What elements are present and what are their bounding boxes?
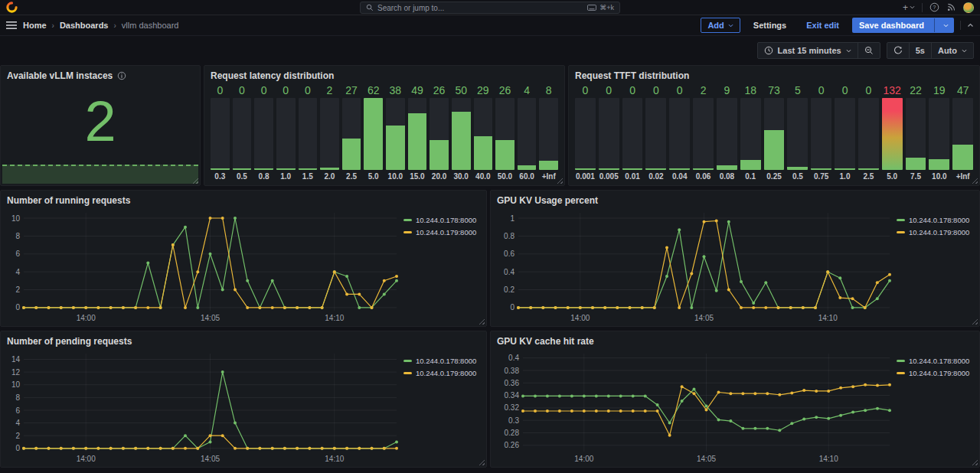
bar-column[interactable]: 22.0 bbox=[320, 83, 339, 181]
bar-column[interactable]: 4915.0 bbox=[408, 83, 427, 181]
bar-column[interactable]: 00.005 bbox=[599, 83, 619, 181]
stat-sparkline bbox=[2, 165, 198, 184]
bar-column[interactable]: 90.08 bbox=[717, 83, 737, 181]
panel-pending-requests[interactable]: Number of pending requests 0246810121414… bbox=[0, 331, 487, 468]
bar-column[interactable]: 8+Inf bbox=[539, 83, 558, 181]
refresh-button[interactable] bbox=[887, 43, 909, 58]
breadcrumb-home[interactable]: Home bbox=[23, 21, 47, 30]
bar-column[interactable]: 460.0 bbox=[518, 83, 537, 181]
bar-column[interactable]: 00.75 bbox=[811, 83, 831, 181]
bar-value: 0 bbox=[299, 83, 318, 98]
bar-column[interactable]: 2650.0 bbox=[495, 83, 514, 181]
bar-column[interactable]: 01.0 bbox=[835, 83, 855, 181]
bar-column[interactable]: 02.5 bbox=[858, 83, 879, 181]
keyboard-icon bbox=[587, 5, 596, 11]
bar-column[interactable]: 2620.0 bbox=[430, 83, 449, 181]
timeseries-plot[interactable]: 0.260.280.30.320.340.360.380.414:0014:05… bbox=[497, 347, 893, 463]
legend-item[interactable]: 10.244.0.178:8000 bbox=[403, 216, 480, 224]
timeseries-canvas[interactable]: 024681014:0014:0514:10 bbox=[7, 207, 400, 322]
legend-item[interactable]: 10.244.0.179:8000 bbox=[403, 228, 480, 236]
bar-column[interactable]: 227.5 bbox=[906, 83, 926, 181]
bar-column[interactable]: 1910.0 bbox=[929, 83, 949, 181]
timeseries-canvas[interactable]: 0.260.280.30.320.340.360.380.414:0014:05… bbox=[497, 347, 893, 463]
bar-column[interactable]: 01.5 bbox=[299, 83, 318, 181]
panel-kv-cache-hit-rate[interactable]: GPU KV cache hit rate 0.260.280.30.320.3… bbox=[490, 331, 980, 468]
legend-swatch bbox=[897, 372, 905, 374]
time-range-picker[interactable]: Last 15 minutes bbox=[758, 43, 858, 58]
bar-column[interactable]: 00.01 bbox=[622, 83, 643, 181]
series-point bbox=[790, 391, 793, 394]
bar-track bbox=[386, 98, 405, 170]
legend-item[interactable]: 10.244.0.179:8000 bbox=[403, 369, 480, 377]
svg-text:0.28: 0.28 bbox=[505, 429, 520, 437]
collapse-topbar-button[interactable] bbox=[967, 23, 974, 28]
bar-column[interactable]: 00.8 bbox=[254, 83, 273, 181]
news-button[interactable] bbox=[946, 2, 956, 12]
bar-axis-label: 0.25 bbox=[764, 170, 785, 181]
timeseries-canvas[interactable]: 0246810121414:0014:0514:10 bbox=[7, 347, 400, 463]
bar-value: 38 bbox=[386, 83, 405, 98]
new-button[interactable]: + bbox=[903, 2, 915, 13]
zoom-out-button[interactable] bbox=[858, 43, 880, 58]
auto-refresh-picker[interactable]: Auto bbox=[932, 43, 973, 58]
bar-column[interactable]: 3810.0 bbox=[386, 83, 405, 181]
panel-running-requests[interactable]: Number of running requests 024681014:001… bbox=[0, 190, 487, 327]
bar-column[interactable]: 01.0 bbox=[276, 83, 296, 181]
grafana-logo[interactable] bbox=[6, 2, 18, 13]
settings-button[interactable]: Settings bbox=[746, 18, 793, 33]
bar-column[interactable]: 47+Inf bbox=[952, 83, 973, 181]
timeseries-plot[interactable]: 00.20.40.60.8114:0014:0514:10 bbox=[497, 207, 893, 322]
legend-item[interactable]: 10.244.0.178:8000 bbox=[897, 216, 973, 224]
series-point bbox=[534, 394, 537, 397]
bar-column[interactable]: 1325.0 bbox=[882, 83, 903, 181]
exit-edit-button[interactable]: Exit edit bbox=[799, 18, 846, 33]
save-dashboard-button[interactable]: Save dashboard bbox=[852, 18, 954, 33]
refresh-interval-label[interactable]: 5s bbox=[910, 43, 931, 58]
timeseries-plot[interactable]: 0246810121414:0014:0514:10 bbox=[7, 347, 400, 463]
bar-value: 22 bbox=[906, 83, 926, 98]
bar-column[interactable]: 00.001 bbox=[575, 83, 596, 181]
add-button[interactable]: Add bbox=[701, 18, 740, 33]
bar-axis-label: 0.75 bbox=[811, 170, 831, 181]
bar-column[interactable]: 730.25 bbox=[764, 83, 785, 181]
bar-column[interactable]: 00.5 bbox=[233, 83, 252, 181]
legend-item[interactable]: 10.244.0.178:8000 bbox=[897, 357, 973, 365]
timeseries-canvas[interactable]: 00.20.40.60.8114:0014:0514:10 bbox=[497, 207, 893, 322]
bar-column[interactable]: 50.5 bbox=[787, 83, 808, 181]
bar-column[interactable]: 20.06 bbox=[693, 83, 714, 181]
bar-column[interactable]: 180.1 bbox=[740, 83, 761, 181]
help-icon: ? bbox=[929, 2, 939, 12]
help-button[interactable]: ? bbox=[929, 2, 939, 12]
series-point bbox=[534, 409, 537, 413]
bar-value: 49 bbox=[408, 83, 427, 98]
mega-menu-button[interactable] bbox=[6, 21, 17, 29]
timeseries-plot[interactable]: 024681014:0014:0514:10 bbox=[7, 207, 400, 322]
series-point bbox=[296, 447, 299, 450]
bar-column[interactable]: 272.5 bbox=[342, 83, 361, 181]
svg-text:14:05: 14:05 bbox=[201, 455, 220, 463]
panel-available-instances[interactable]: Available vLLM instaces 2 bbox=[0, 65, 201, 186]
save-options-toggle[interactable] bbox=[939, 24, 953, 28]
panel-request-ttft[interactable]: Request TTFT distribution 00.00100.00500… bbox=[568, 65, 980, 186]
panel-request-latency[interactable]: Request latency distribution 00.300.500.… bbox=[204, 65, 565, 186]
svg-text:14:00: 14:00 bbox=[570, 314, 590, 322]
info-icon[interactable] bbox=[117, 71, 126, 80]
bar-column[interactable]: 625.0 bbox=[364, 83, 383, 181]
series-point bbox=[221, 289, 224, 292]
search-box[interactable]: ⌘+k bbox=[360, 2, 620, 14]
legend-item[interactable]: 10.244.0.178:8000 bbox=[403, 357, 480, 365]
breadcrumb-dashboards[interactable]: Dashboards bbox=[60, 21, 109, 30]
series-point bbox=[802, 418, 805, 421]
bar-column[interactable]: 00.3 bbox=[211, 83, 230, 181]
legend-item[interactable]: 10.244.0.179:8000 bbox=[897, 369, 973, 377]
user-avatar[interactable] bbox=[963, 2, 974, 13]
bar-column[interactable]: 00.02 bbox=[645, 83, 666, 181]
bar-column[interactable]: 2940.0 bbox=[474, 83, 493, 181]
bar-column[interactable]: 00.04 bbox=[669, 83, 690, 181]
bar-column[interactable]: 5030.0 bbox=[452, 83, 471, 181]
series-point bbox=[619, 409, 622, 413]
stat-body: 2 bbox=[7, 82, 194, 181]
search-input[interactable] bbox=[377, 4, 583, 12]
panel-gpu-kv-usage[interactable]: GPU KV Usage percent 00.20.40.60.8114:00… bbox=[490, 190, 980, 327]
legend-item[interactable]: 10.244.0.179:8000 bbox=[897, 228, 973, 236]
